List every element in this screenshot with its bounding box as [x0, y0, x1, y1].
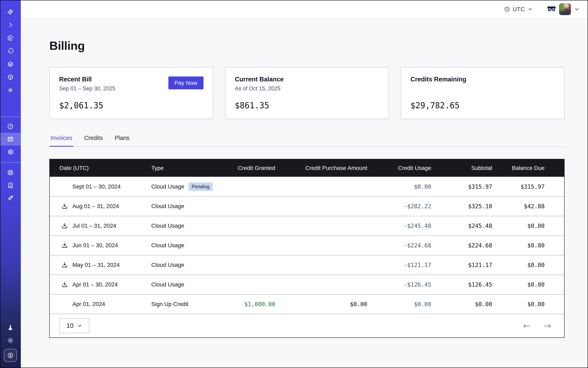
gauge-icon[interactable] — [0, 120, 21, 133]
sidebar-expand-chevron-right-icon[interactable] — [0, 18, 21, 31]
layers-icon[interactable] — [0, 57, 21, 71]
billing-card-icon — [7, 136, 14, 143]
timezone-selector[interactable]: UTC — [504, 6, 533, 13]
invoice-date: Sept 01 – 30, 2024 — [72, 183, 121, 190]
svg-text:$: $ — [9, 354, 11, 357]
invoice-date: Jun 01 – 30, 2024 — [72, 242, 118, 249]
invoice-date: Jul 01 – 31, 2024 — [72, 222, 116, 229]
invoice-type: Cloud Usage — [151, 183, 184, 190]
settings-gear-icon[interactable] — [0, 146, 21, 158]
tab-plans[interactable]: Plans — [113, 135, 131, 146]
table-row: Jul 01 – 31, 2024 Cloud Usage -$245.48 $… — [50, 216, 564, 235]
column-header-date: Date (UTC) — [60, 165, 151, 171]
subtotal-value: $126.45 — [431, 281, 492, 288]
subtotal-value: $315.97 — [431, 183, 492, 190]
pay-now-button[interactable]: Pay Now — [168, 76, 203, 89]
table-row: Apr 01, 2024 Sign Up Credit $1,000.00 $0… — [50, 294, 564, 314]
labs-flask-icon[interactable] — [0, 322, 21, 334]
download-invoice-icon[interactable] — [61, 222, 68, 229]
balance-due-value: $0.00 — [492, 222, 544, 229]
credits-remaining-card: Credits Remaining $29,782.65 — [401, 67, 565, 119]
column-header-credit-usage: Credit Usage — [367, 165, 431, 171]
logo-orbit-icon[interactable] — [0, 5, 21, 18]
sidebar: $ — [0, 0, 21, 368]
download-invoice-icon[interactable] — [61, 261, 68, 268]
credits-dollar-badge-button[interactable]: $ — [0, 349, 21, 362]
page-size-select[interactable]: 10 — [60, 318, 89, 333]
theme-sun-icon[interactable] — [0, 334, 21, 347]
billing-tabs: Invoices Credits Plans — [49, 135, 565, 147]
column-header-balance-due: Balance Due — [492, 165, 544, 171]
pending-status-badge: Pending — [188, 182, 213, 191]
docs-book-icon[interactable] — [0, 179, 21, 192]
download-invoice-icon[interactable] — [61, 242, 68, 249]
tab-invoices[interactable]: Invoices — [49, 135, 73, 147]
column-header-type: Type — [151, 165, 215, 171]
current-balance-title: Current Balance — [235, 76, 379, 83]
credit-usage-value: -$126.45 — [367, 281, 431, 288]
invoice-type: Cloud Usage — [151, 203, 184, 210]
credit-usage-value: $0.00 — [367, 183, 431, 190]
timezone-label: UTC — [513, 6, 525, 13]
subtotal-value: $121.17 — [431, 262, 492, 268]
recent-bill-card: Recent Bill Sep 01 – Sep 30, 2025 $2,061… — [49, 67, 213, 119]
main-content: Billing Recent Bill Sep 01 – Sep 30, 202… — [21, 19, 588, 368]
credit-usage-value: $0.00 — [367, 301, 431, 308]
page-title: Billing — [49, 39, 565, 52]
subtotal-value: $224.68 — [431, 242, 492, 249]
asterisk-icon[interactable] — [0, 84, 21, 97]
tab-credits[interactable]: Credits — [83, 135, 104, 146]
chevron-down-icon — [527, 6, 533, 12]
dollar-seal-icon: $ — [7, 352, 14, 359]
download-invoice-icon[interactable] — [61, 281, 68, 288]
pagination-controls: ← → — [523, 321, 551, 330]
invoice-type: Cloud Usage — [151, 242, 184, 249]
summary-cards: Recent Bill Sep 01 – Sep 30, 2025 $2,061… — [49, 67, 565, 119]
credit-usage-value: -$282.22 — [367, 203, 431, 210]
chevron-down-icon — [77, 323, 82, 328]
balance-due-value: $315.97 — [492, 183, 544, 190]
history-clock-icon[interactable] — [0, 45, 21, 57]
recent-bill-amount: $2,061.35 — [59, 101, 103, 110]
invoice-type: Sign Up Credit — [151, 301, 188, 307]
current-balance-as-of: As of Oct 15, 2025 — [235, 85, 379, 92]
table-row: Sept 01 – 30, 2024 Cloud UsagePending $0… — [50, 177, 564, 196]
invoices-table: Date (UTC) Type Credit Granted Credit Pu… — [49, 159, 565, 338]
subtotal-value: $325.10 — [431, 203, 492, 210]
credit-granted-value: $1,000.00 — [215, 301, 275, 308]
balance-due-value: $0.00 — [492, 262, 544, 268]
next-page-arrow[interactable]: → — [543, 321, 551, 330]
credit-usage-value: -$245.48 — [367, 222, 431, 229]
table-footer: 10 ← → — [50, 314, 564, 337]
sidebar-divider — [0, 162, 21, 163]
invoice-date: Aug 01 – 31, 2024 — [72, 203, 119, 210]
table-header-row: Date (UTC) Type Credit Granted Credit Pu… — [50, 159, 564, 177]
previous-page-arrow[interactable]: ← — [523, 321, 531, 330]
account-menu-chevron-down-icon[interactable] — [574, 6, 580, 12]
table-row: Jun 01 – 30, 2024 Cloud Usage -$224.68 $… — [50, 235, 564, 255]
column-header-subtotal: Subtotal — [431, 165, 492, 171]
subtotal-value: $0.00 — [431, 301, 492, 308]
observability-eye-icon[interactable] — [0, 31, 21, 45]
download-invoice-icon[interactable] — [61, 203, 68, 210]
user-avatar[interactable] — [559, 3, 571, 15]
invoice-date: Apr 01 – 30, 2024 — [72, 281, 118, 288]
column-header-credit-purchase-amount: Credit Purchase Amount — [275, 165, 367, 171]
credit-usage-value: -$121.17 — [367, 262, 431, 268]
balance-due-value: $0.00 — [492, 281, 544, 288]
credit-usage-value: -$224.68 — [367, 242, 431, 249]
invoice-type: Cloud Usage — [151, 262, 184, 268]
balance-due-value: $0.00 — [492, 242, 544, 249]
credits-remaining-title: Credits Remaining — [410, 76, 555, 83]
table-row: Apr 01 – 30, 2024 Cloud Usage -$126.45 $… — [50, 275, 564, 294]
clock-icon — [504, 6, 510, 12]
credits-remaining-amount: $29,782.65 — [410, 101, 460, 110]
cube-icon[interactable] — [0, 71, 21, 84]
3d-glasses-icon[interactable] — [547, 6, 556, 13]
column-header-credit-granted: Credit Granted — [215, 165, 275, 171]
sidebar-item-billing[interactable] — [0, 133, 21, 146]
rocket-icon[interactable] — [0, 192, 21, 204]
support-wheel-icon[interactable] — [0, 166, 21, 179]
table-row: May 01 – 31, 2024 Cloud Usage -$121.17 $… — [50, 255, 564, 275]
page-size-value: 10 — [66, 322, 73, 330]
